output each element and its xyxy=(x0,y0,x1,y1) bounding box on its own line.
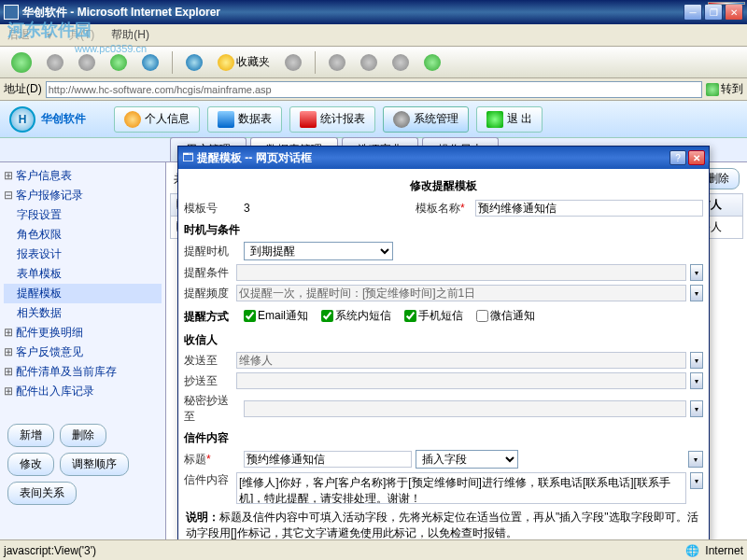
maximize-button[interactable]: ❐ xyxy=(704,4,723,21)
stop-button[interactable] xyxy=(73,52,101,73)
bcc-dropdown-button[interactable]: ▾ xyxy=(690,400,703,417)
body-label: 信件内容 xyxy=(184,472,233,488)
method-internal[interactable]: 系统内短信 xyxy=(321,308,391,324)
tree-item[interactable]: 客户反馈意见 xyxy=(4,343,162,362)
menu-back[interactable]: 后退 xyxy=(4,25,34,45)
go-button[interactable]: 转到 xyxy=(706,81,743,97)
id-label: 模板号 xyxy=(184,201,240,217)
forward-button[interactable] xyxy=(41,52,69,73)
cc-label: 抄送至 xyxy=(184,373,233,389)
sendto-dropdown-button[interactable]: ▾ xyxy=(690,352,703,369)
id-value: 3 xyxy=(244,202,412,215)
tree-item[interactable]: 客户报修记录 xyxy=(4,186,162,205)
tree-item[interactable]: 字段设置 xyxy=(4,205,162,225)
ie-icon xyxy=(4,5,19,20)
nav-reports[interactable]: 统计报表 xyxy=(289,106,375,133)
app-logo: H 华创软件 xyxy=(9,106,86,133)
tree-item[interactable]: 表单模板 xyxy=(4,264,162,284)
mail-button[interactable] xyxy=(323,52,351,73)
timing-label: 提醒时机 xyxy=(184,244,240,259)
home-button[interactable] xyxy=(136,52,164,73)
sidebar-relations-button[interactable]: 表间关系 xyxy=(7,482,77,505)
menubar: 后退 ▾ 具(T) 帮助(H) xyxy=(0,24,747,47)
section-recipient: 收信人 xyxy=(184,329,703,350)
freq-dropdown-button[interactable]: ▾ xyxy=(690,285,703,301)
nav-system[interactable]: 系统管理 xyxy=(383,106,469,133)
window-title: 华创软件 - Microsoft Internet Explorer xyxy=(22,5,684,21)
logo-badge: H xyxy=(9,106,35,133)
bcc-input[interactable] xyxy=(244,400,686,417)
subject-input[interactable] xyxy=(244,451,412,468)
window-titlebar: 华创软件 - Microsoft Internet Explorer ─ ❐ ✕ xyxy=(0,0,747,24)
favorites-button[interactable]: 收藏夹 xyxy=(212,52,275,73)
body-dropdown-button[interactable]: ▾ xyxy=(690,472,703,489)
sidebar: 客户信息表客户报修记录字段设置角色权限报表设计表单模板提醒模板相关数据配件更换明… xyxy=(0,162,166,539)
refresh-button[interactable] xyxy=(105,52,133,73)
timing-select[interactable]: 到期提醒 xyxy=(244,242,393,260)
tree-item[interactable]: 客户信息表 xyxy=(4,166,162,186)
cc-input[interactable] xyxy=(236,372,686,389)
subject-label: 标题 xyxy=(184,452,240,468)
sendto-input[interactable] xyxy=(236,352,686,369)
ie-toolbar: 收藏夹 xyxy=(0,47,747,78)
sidebar-delete-button[interactable]: 删除 xyxy=(60,424,106,447)
method-wechat[interactable]: 微信通知 xyxy=(476,308,535,324)
dialog-note: 说明：标题及信件内容中可填入活动字段，先将光标定位在适当位置，再从"插入字段"选… xyxy=(184,506,703,539)
cond-dropdown-button[interactable]: ▾ xyxy=(690,264,703,281)
app-header: H 华创软件 个人信息 数据表 统计报表 系统管理 退 出 xyxy=(0,101,747,138)
search-button[interactable] xyxy=(180,52,208,73)
back-button[interactable] xyxy=(6,50,37,75)
address-input[interactable] xyxy=(46,81,702,98)
nav-datatable[interactable]: 数据表 xyxy=(207,106,282,133)
subject-dropdown-button[interactable]: ▾ xyxy=(688,451,703,468)
method-email[interactable]: Email通知 xyxy=(244,308,308,324)
bcc-label: 秘密抄送至 xyxy=(184,393,240,425)
freq-input[interactable] xyxy=(236,285,686,301)
print-button[interactable] xyxy=(355,52,383,73)
minimize-button[interactable]: ─ xyxy=(684,4,702,21)
dialog-title: 提醒模板 -- 网页对话框 xyxy=(197,150,669,166)
sidebar-edit-button[interactable]: 修改 xyxy=(7,453,54,476)
address-label: 地址(D) xyxy=(4,81,42,97)
tree-item[interactable]: 配件更换明细 xyxy=(4,323,162,343)
nav-personal[interactable]: 个人信息 xyxy=(114,106,200,133)
nav-exit[interactable]: 退 出 xyxy=(476,106,543,133)
tree-item[interactable]: 报表设计 xyxy=(4,245,162,264)
cond-label: 提醒条件 xyxy=(184,265,233,281)
messenger-button[interactable] xyxy=(418,52,446,73)
name-input[interactable] xyxy=(475,200,703,217)
dialog-heading: 修改提醒模板 xyxy=(184,175,703,198)
cond-input[interactable] xyxy=(236,264,686,281)
menu-help[interactable]: 帮助(H) xyxy=(107,25,153,45)
sendto-label: 发送至 xyxy=(184,353,233,369)
tree-item[interactable]: 提醒模板 xyxy=(4,284,162,303)
edit-button[interactable] xyxy=(387,52,415,73)
menu-tools-disabled: 具(T) xyxy=(65,25,98,45)
history-button[interactable] xyxy=(279,52,307,73)
section-content: 信件内容 xyxy=(184,427,703,448)
method-sms[interactable]: 手机短信 xyxy=(404,308,463,324)
tree-item[interactable]: 配件清单及当前库存 xyxy=(4,362,162,382)
body-textarea[interactable] xyxy=(236,472,686,504)
tree-item[interactable]: 相关数据 xyxy=(4,303,162,323)
freq-label: 提醒频度 xyxy=(184,286,233,301)
name-label: 模板名称 xyxy=(416,201,472,217)
sidebar-reorder-button[interactable]: 调整顺序 xyxy=(60,453,129,476)
dialog-close-button[interactable]: ✕ xyxy=(688,150,705,165)
dialog-help-button[interactable]: ? xyxy=(669,150,686,165)
cc-dropdown-button[interactable]: ▾ xyxy=(690,372,703,389)
section-method: 提醒方式 xyxy=(184,305,240,327)
insert-field-select[interactable]: 插入字段 xyxy=(416,450,518,469)
tree-item[interactable]: 角色权限 xyxy=(4,225,162,245)
sidebar-add-button[interactable]: 新增 xyxy=(7,424,54,447)
addressbar: 地址(D) 转到 xyxy=(0,78,747,101)
tree-item[interactable]: 配件出入库记录 xyxy=(4,382,162,401)
close-button[interactable]: ✕ xyxy=(725,4,743,21)
section-timing: 时机与条件 xyxy=(184,218,703,240)
reminder-template-dialog: 🗔 提醒模板 -- 网页对话框 ? ✕ 修改提醒模板 模板号 3 模板名称 时机… xyxy=(177,146,710,539)
